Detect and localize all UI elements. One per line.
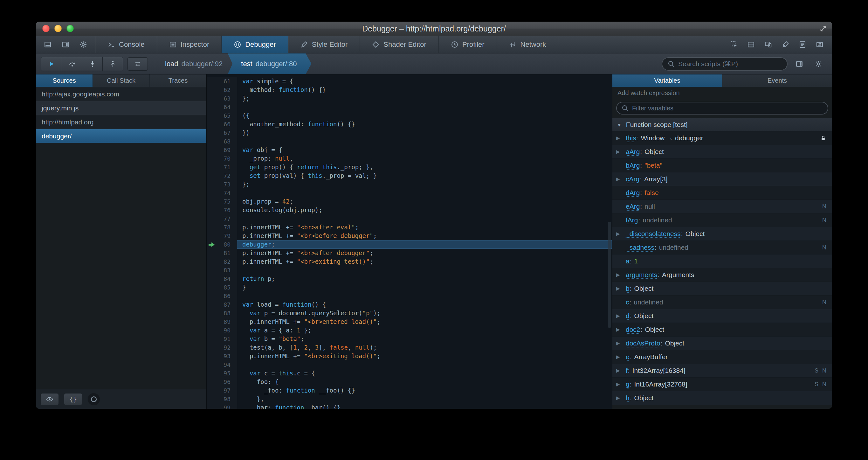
tab-inspector[interactable]: Inspector (157, 36, 222, 53)
code-line[interactable]: 73}; (207, 180, 612, 189)
variable-row[interactable]: eArg:nullN (612, 200, 832, 213)
variable-row[interactable]: dArg:false (612, 186, 832, 200)
minimize-button[interactable] (54, 25, 62, 32)
code-line[interactable]: 61var simple = { (207, 77, 612, 86)
code-line[interactable]: 71 get prop() { return this._prop; }, (207, 163, 612, 171)
dock-bottom-button[interactable] (40, 38, 55, 51)
line-number[interactable]: 90 (207, 326, 237, 335)
tab-style-editor[interactable]: Style Editor (288, 36, 360, 53)
code-line[interactable]: 72 set prop(val) { this._prop = val; } (207, 171, 612, 180)
code-line[interactable]: 88 var p = document.querySelector("p"); (207, 309, 612, 317)
line-number[interactable]: 72 (207, 171, 237, 180)
line-number[interactable]: 71 (207, 163, 237, 171)
line-number[interactable]: 96 (207, 378, 237, 386)
prettify-source-button[interactable]: {} (64, 393, 82, 405)
code-line[interactable]: 85} (207, 283, 612, 292)
code-line[interactable]: 90 var a = { a: 1 }; (207, 326, 612, 335)
code-line[interactable]: 76console.log(obj.prop); (207, 206, 612, 214)
code-line[interactable]: 99 bar: function _bar() {}, (207, 403, 612, 409)
code-line[interactable]: 64 (207, 103, 612, 111)
paint-brush-button[interactable] (778, 38, 793, 51)
line-number[interactable]: 81 (207, 249, 237, 257)
line-number[interactable]: 99 (207, 403, 237, 409)
variable-row[interactable]: ▶f:Int32Array[16384]SN (612, 364, 832, 378)
variable-row[interactable]: ▶h:Object (612, 391, 832, 405)
line-number[interactable]: 68 (207, 137, 237, 146)
expand-arrow-icon[interactable]: ▶ (616, 340, 626, 346)
step-over-button[interactable] (62, 57, 82, 70)
line-number[interactable]: 91 (207, 335, 237, 343)
expand-arrow-icon[interactable]: ▶ (616, 135, 626, 141)
source-item[interactable]: http://htmlpad.org (36, 115, 206, 129)
line-number[interactable]: 78 (207, 223, 237, 232)
line-number[interactable]: 77 (207, 214, 237, 223)
line-number[interactable]: 83 (207, 266, 237, 275)
code-line[interactable]: 82p.innerHTML += "<br>exiting test()"; (207, 257, 612, 266)
expand-arrow-icon[interactable]: ▶ (616, 313, 626, 319)
line-number[interactable]: 74 (207, 189, 237, 197)
code-line[interactable]: 80debugger; (207, 240, 612, 249)
code-line[interactable]: 74 (207, 189, 612, 197)
variable-row[interactable]: ▶e:ArrayBuffer (612, 350, 832, 364)
line-number[interactable]: 61 (207, 77, 237, 86)
code-line[interactable]: 79p.innerHTML += "<br>before debugger"; (207, 232, 612, 240)
code-line[interactable]: 97 _foo: function __foo() {} (207, 386, 612, 395)
expand-arrow-icon[interactable]: ▶ (616, 149, 626, 154)
expand-arrow-icon[interactable]: ▶ (616, 354, 626, 360)
editor-scrollbar[interactable] (608, 76, 611, 407)
filter-variables-input[interactable] (632, 105, 823, 112)
code-line[interactable]: 94 (207, 361, 612, 369)
code-line[interactable]: 69var obj = { (207, 146, 612, 154)
tab-sources[interactable]: Sources (36, 75, 93, 87)
line-number[interactable]: 82 (207, 257, 237, 266)
code-line[interactable]: 75obj.prop = 42; (207, 197, 612, 206)
debugger-options-button[interactable] (811, 58, 826, 70)
line-number[interactable]: 65 (207, 111, 237, 120)
tab-profiler[interactable]: Profiler (439, 36, 497, 53)
pick-element-button[interactable] (726, 38, 741, 51)
code-line[interactable]: 87var load = function() { (207, 300, 612, 309)
line-number[interactable]: 66 (207, 120, 237, 128)
code-line[interactable]: 98 }, (207, 395, 612, 403)
tab-console[interactable]: Console (95, 36, 157, 53)
code-line[interactable]: 66 another_method: function() {} (207, 120, 612, 128)
line-number[interactable]: 75 (207, 197, 237, 206)
code-line[interactable]: 62 method: function() {} (207, 86, 612, 94)
tab-traces[interactable]: Traces (149, 75, 206, 87)
variable-row[interactable]: ▶aArg:Object (612, 145, 832, 159)
shortcuts-button[interactable] (812, 38, 827, 51)
line-number[interactable]: 97 (207, 386, 237, 395)
tab-debugger[interactable]: Debugger (222, 36, 288, 53)
line-number[interactable]: 98 (207, 395, 237, 403)
variable-row[interactable]: ▶d:Object (612, 309, 832, 323)
line-number[interactable]: 70 (207, 154, 237, 163)
variable-row[interactable]: fArg:undefinedN (612, 213, 832, 227)
line-number[interactable]: 62 (207, 86, 237, 94)
code-line[interactable]: 78p.innerHTML += "<br>after eval"; (207, 223, 612, 232)
code-editor[interactable]: 61var simple = {62 method: function() {}… (207, 75, 612, 409)
script-search-input[interactable] (678, 60, 782, 68)
code-line[interactable]: 84return p; (207, 275, 612, 283)
resize-icon[interactable] (819, 25, 827, 32)
scope-header[interactable]: ▼ Function scope [test] (612, 118, 832, 132)
code-line[interactable]: 86 (207, 292, 612, 300)
code-line[interactable]: 65({ (207, 111, 612, 120)
code-line[interactable]: 89 p.innerHTML += "<br>entered load()"; (207, 317, 612, 326)
code-line[interactable]: 83 (207, 266, 612, 275)
zoom-button[interactable] (66, 25, 74, 32)
toolbox-options-button[interactable] (76, 38, 91, 51)
variable-row[interactable]: ▶this:Window → debugger (612, 132, 832, 145)
expand-arrow-icon[interactable]: ▶ (616, 272, 626, 278)
code-line[interactable]: 91 var b = "beta"; (207, 335, 612, 343)
line-number[interactable]: 79 (207, 232, 237, 240)
responsive-mode-button[interactable] (761, 38, 775, 51)
stack-frame[interactable]: loaddebugger/:92 (157, 53, 230, 74)
code-line[interactable]: 95 var c = this.c = { (207, 369, 612, 378)
tab-call-stack[interactable]: Call Stack (93, 75, 149, 87)
source-item[interactable]: http://ajax.googleapis.com (36, 87, 206, 101)
code-line[interactable]: 67}) (207, 128, 612, 137)
code-line[interactable]: 96 foo: { (207, 378, 612, 386)
variable-row[interactable]: a:1 (612, 255, 832, 268)
source-item[interactable]: jquery.min.js (36, 101, 206, 115)
scratchpad-button[interactable] (795, 38, 810, 51)
